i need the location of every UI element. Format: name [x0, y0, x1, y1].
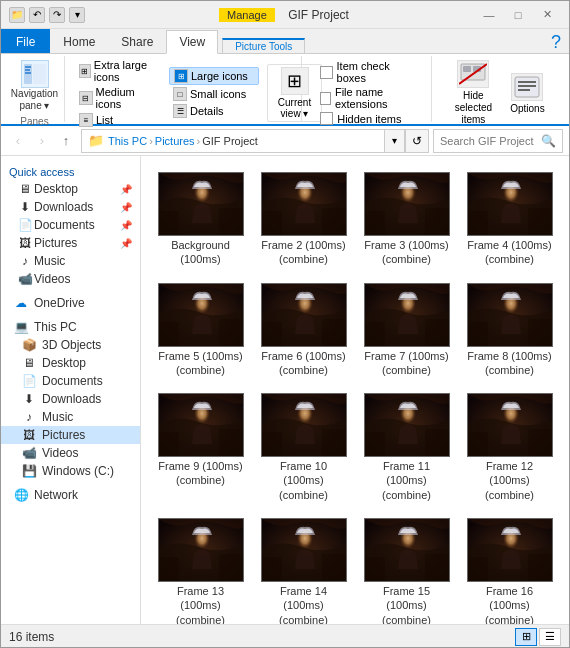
svg-rect-3 — [25, 69, 30, 71]
help-icon[interactable]: ? — [543, 32, 569, 53]
file-item[interactable]: Frame 10 (100ms) (combine) — [256, 389, 351, 506]
sidebar-item-pc-documents[interactable]: 📄 Documents — [1, 372, 140, 390]
path-pictures[interactable]: Pictures — [155, 135, 195, 147]
search-input[interactable] — [440, 135, 537, 147]
large-icons-btn[interactable]: ⊞ Large icons — [169, 67, 259, 85]
undo-icon[interactable]: ↶ — [29, 7, 45, 23]
down-arrow-icon[interactable]: ▾ — [69, 7, 85, 23]
svg-rect-2 — [25, 66, 31, 68]
file-item[interactable]: Frame 9 (100ms) (combine) — [153, 389, 248, 506]
sidebar-label: Videos — [34, 272, 70, 286]
item-check-boxes-checkbox[interactable] — [320, 66, 332, 79]
hidden-items-row[interactable]: Hidden items — [320, 112, 417, 125]
sidebar-item-desktop[interactable]: 🖥 Desktop 📌 — [1, 180, 140, 198]
details-btn[interactable]: ☰ Details — [169, 103, 259, 119]
file-area: Background (100ms) — [141, 156, 569, 624]
window-title: Manage GIF Project — [93, 8, 475, 22]
sidebar-icon: ♪ — [21, 410, 37, 424]
tab-share[interactable]: Share — [108, 29, 166, 53]
sidebar-item-network[interactable]: 🌐 Network — [1, 486, 140, 504]
status-bar: 16 items ⊞ ☰ — [1, 624, 569, 648]
main-area: Quick access 🖥 Desktop 📌 ⬇ Downloads 📌 📄… — [1, 156, 569, 624]
file-thumbnail — [158, 172, 244, 236]
sidebar-item-music[interactable]: ♪ Music — [1, 252, 140, 270]
minimize-button[interactable]: — — [475, 4, 503, 26]
file-item[interactable]: Frame 6 (100ms) (combine) — [256, 279, 351, 382]
sidebar-icon: ♪ — [13, 254, 29, 268]
file-item[interactable]: Frame 11 (100ms) (combine) — [359, 389, 454, 506]
extra-large-icons-btn[interactable]: ⊞ Extra large icons — [75, 58, 165, 84]
file-item[interactable]: Frame 14 (100ms) (combine) — [256, 514, 351, 624]
file-item[interactable]: Frame 15 (100ms) (combine) — [359, 514, 454, 624]
tab-home[interactable]: Home — [50, 29, 108, 53]
path-dropdown-button[interactable]: ▾ — [385, 129, 405, 153]
file-item[interactable]: Background (100ms) — [153, 168, 248, 271]
list-btn[interactable]: ≡ List — [75, 112, 165, 128]
file-item[interactable]: Frame 5 (100ms) (combine) — [153, 279, 248, 382]
tab-file[interactable]: File — [1, 29, 50, 53]
svg-rect-16 — [219, 208, 244, 236]
hide-selected-button[interactable]: Hide selecteditems — [448, 58, 498, 128]
file-name-ext-label: File name extensions — [335, 86, 417, 110]
address-path[interactable]: 📁 This PC › Pictures › GIF Project — [81, 129, 385, 153]
sidebar-item-pc-3d-objects[interactable]: 📦 3D Objects — [1, 336, 140, 354]
navigation-pane-button[interactable]: Navigationpane ▾ — [7, 58, 63, 114]
forward-button[interactable]: › — [31, 130, 53, 152]
sidebar-quick-items: 🖥 Desktop 📌 ⬇ Downloads 📌 📄 Documents 📌 … — [1, 180, 140, 288]
file-name-ext-checkbox[interactable] — [320, 92, 331, 105]
sidebar-item-pc-windows-c:[interactable]: 💾 Windows (C:) — [1, 462, 140, 480]
svg-rect-4 — [25, 72, 31, 74]
small-icons-btn[interactable]: □ Small icons — [169, 86, 259, 102]
svg-rect-20 — [322, 208, 347, 236]
hidden-items-checkbox[interactable] — [320, 112, 333, 125]
refresh-button[interactable]: ↺ — [405, 129, 429, 153]
svg-rect-23 — [365, 211, 385, 236]
sidebar-item-this-pc[interactable]: 💻 This PC — [1, 318, 140, 336]
picture-tools-label: Picture Tools — [222, 38, 305, 53]
svg-rect-24 — [425, 208, 450, 236]
sidebar-icon: 💾 — [21, 464, 37, 478]
svg-rect-36 — [322, 319, 347, 347]
file-item[interactable]: Frame 3 (100ms) (combine) — [359, 168, 454, 271]
list-view-button[interactable]: ☰ — [539, 628, 561, 646]
details-label: Details — [190, 105, 224, 117]
path-this-pc[interactable]: This PC — [108, 135, 147, 147]
sidebar-item-pc-videos[interactable]: 📹 Videos — [1, 444, 140, 462]
file-item[interactable]: Frame 12 (100ms) (combine) — [462, 389, 557, 506]
file-name-ext-row[interactable]: File name extensions — [320, 86, 417, 110]
svg-rect-19 — [262, 211, 282, 236]
sidebar-icon: 📄 — [13, 218, 29, 232]
onedrive-icon: ☁ — [13, 296, 29, 310]
sidebar-item-pictures[interactable]: 🖼 Pictures 📌 — [1, 234, 140, 252]
item-check-boxes-row[interactable]: Item check boxes — [320, 60, 417, 84]
sidebar-item-onedrive[interactable]: ☁ OneDrive — [1, 294, 140, 312]
search-box[interactable]: 🔍 — [433, 129, 563, 153]
maximize-button[interactable]: □ — [504, 4, 532, 26]
file-item[interactable]: Frame 4 (100ms) (combine) — [462, 168, 557, 271]
tab-view[interactable]: View — [166, 30, 218, 54]
redo-icon[interactable]: ↷ — [49, 7, 65, 23]
sidebar-item-downloads[interactable]: ⬇ Downloads 📌 — [1, 198, 140, 216]
svg-rect-1 — [33, 64, 46, 84]
back-button[interactable]: ‹ — [7, 130, 29, 152]
file-item[interactable]: Frame 16 (100ms) (combine) — [462, 514, 557, 624]
sidebar-item-documents[interactable]: 📄 Documents 📌 — [1, 216, 140, 234]
file-item[interactable]: Frame 7 (100ms) (combine) — [359, 279, 454, 382]
medium-icons-btn[interactable]: ⊟ Medium icons — [75, 85, 165, 111]
svg-rect-59 — [468, 432, 488, 457]
grid-view-button[interactable]: ⊞ — [515, 628, 537, 646]
sidebar-item-pc-pictures[interactable]: 🖼 Pictures — [1, 426, 140, 444]
sidebar-item-pc-downloads[interactable]: ⬇ Downloads — [1, 390, 140, 408]
up-button[interactable]: ↑ — [55, 130, 77, 152]
sidebar-item-videos[interactable]: 📹 Videos — [1, 270, 140, 288]
sidebar-item-pc-music[interactable]: ♪ Music — [1, 408, 140, 426]
file-item[interactable]: Frame 2 (100ms) (combine) — [256, 168, 351, 271]
medium-icon: ⊟ — [79, 91, 93, 105]
svg-rect-12 — [518, 89, 530, 91]
close-button[interactable]: ✕ — [533, 4, 561, 26]
sidebar-item-pc-desktop[interactable]: 🖥 Desktop — [1, 354, 140, 372]
file-item[interactable]: Frame 8 (100ms) (combine) — [462, 279, 557, 382]
file-item[interactable]: Frame 13 (100ms) (combine) — [153, 514, 248, 624]
svg-rect-75 — [468, 557, 488, 582]
options-button[interactable]: Options — [502, 71, 552, 116]
